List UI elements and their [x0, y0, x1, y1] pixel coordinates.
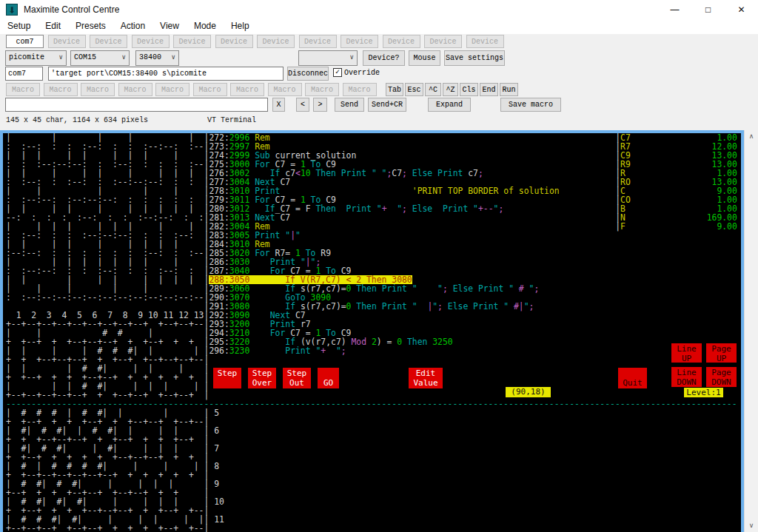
- send-button-expand[interactable]: Expand: [428, 98, 471, 112]
- device-tab[interactable]: Device: [215, 35, 253, 48]
- menu-item-setup[interactable]: Setup: [0, 19, 38, 34]
- macro-button[interactable]: Macro: [155, 83, 190, 96]
- send-button-x[interactable]: X: [272, 98, 285, 112]
- send-button--[interactable]: >: [313, 98, 327, 112]
- terminal-text: 0: [346, 284, 352, 293]
- scroll-down-icon[interactable]: ∨: [745, 519, 758, 532]
- device-tab[interactable]: Device: [383, 35, 420, 48]
- line-down-button[interactable]: Line DOWN: [671, 367, 702, 387]
- terminal-text: ;: [387, 169, 392, 178]
- terminal-text: 5: [214, 408, 219, 417]
- device-tab[interactable]: Device: [90, 35, 127, 48]
- menu-item-action[interactable]: Action: [113, 19, 152, 34]
- terminal-text: Print: [437, 169, 463, 178]
- macro-text-input[interactable]: [5, 98, 268, 112]
- terminal-text: 7: [214, 444, 219, 453]
- terminal-text: 0: [397, 337, 402, 346]
- macro-button[interactable]: Macro: [305, 83, 339, 96]
- extra-combo[interactable]: ∨: [298, 50, 358, 66]
- macro-button[interactable]: Macro: [343, 83, 377, 96]
- key-button-esc[interactable]: Esc: [405, 83, 423, 96]
- edit-value-button[interactable]: Edit Value: [409, 368, 443, 388]
- menu-item-help[interactable]: Help: [224, 19, 257, 34]
- device-tab[interactable]: Device: [257, 35, 295, 48]
- device-tab[interactable]: Device: [48, 35, 86, 48]
- terminal-text: Then: [356, 302, 376, 311]
- page-down-button[interactable]: Page DOWN: [706, 367, 737, 387]
- terminal-text: For: [255, 249, 270, 257]
- macro-button[interactable]: Macro: [81, 83, 115, 96]
- step-button[interactable]: Step: [213, 368, 241, 388]
- page-up-button[interactable]: Page UP: [706, 343, 737, 363]
- terminal-text: ": [295, 231, 301, 240]
- device-tab[interactable]: Device: [132, 35, 170, 48]
- send-button-send-cr[interactable]: Send+CR: [368, 98, 406, 112]
- terminal-text: ;: [478, 169, 483, 178]
- session-name-input[interactable]: [5, 67, 43, 81]
- target-port-input[interactable]: [48, 67, 284, 81]
- terminal-text: ;: [443, 284, 448, 293]
- menu-item-presets[interactable]: Presets: [68, 19, 113, 34]
- send-button-save-macro[interactable]: Save macro: [500, 98, 561, 112]
- key-button-ctrl-z[interactable]: ^Z: [443, 83, 458, 96]
- terminal-text: C7: [392, 169, 402, 178]
- session-tab-active[interactable]: com7: [6, 35, 44, 48]
- title-bar: ⬇ Maximite Control Centre — □ ✕: [0, 0, 758, 19]
- send-button-send[interactable]: Send: [335, 98, 364, 112]
- terminal-text: ;: [341, 346, 346, 355]
- baud-combo[interactable]: 38400∨: [135, 50, 179, 66]
- device-tab[interactable]: Device: [173, 35, 211, 48]
- device-tab[interactable]: Device: [299, 35, 337, 48]
- terminal-text: R9: [321, 249, 331, 257]
- quit-button[interactable]: Quit: [618, 368, 647, 388]
- key-button-end[interactable]: End: [480, 83, 498, 96]
- send-button--[interactable]: <: [296, 98, 309, 112]
- mouse-button[interactable]: Mouse: [409, 50, 440, 66]
- macro-button[interactable]: Macro: [268, 83, 302, 96]
- terminal-text: ;: [402, 204, 407, 213]
- step-out-button[interactable]: Step Out: [283, 368, 311, 388]
- macro-button[interactable]: Macro: [6, 83, 40, 96]
- terminal-scrollbar[interactable]: ∧ ∨: [744, 130, 758, 532]
- macro-button[interactable]: Macro: [230, 83, 264, 96]
- macro-button[interactable]: Macro: [44, 83, 78, 96]
- menu-bar: SetupEditPresetsActionViewModeHelp: [0, 19, 758, 34]
- key-button-tab[interactable]: Tab: [386, 83, 403, 96]
- terminal-text: ) =: [377, 337, 397, 346]
- terminal-text: 1: [295, 249, 301, 257]
- line-up-button[interactable]: Line UP: [671, 343, 702, 363]
- terminal-text: s(r7,c7)=: [301, 302, 346, 311]
- scroll-up-icon[interactable]: ∧: [745, 130, 758, 143]
- menu-item-mode[interactable]: Mode: [187, 19, 224, 34]
- device-tab[interactable]: Device: [341, 35, 378, 48]
- step-over-button[interactable]: Step Over: [248, 368, 276, 388]
- save-settings-button[interactable]: Save settings: [444, 50, 505, 66]
- device-type-combo[interactable]: picomite∨: [5, 50, 67, 66]
- terminal-text: ": [377, 204, 382, 213]
- key-button-run[interactable]: Run: [500, 83, 518, 96]
- terminal-text: <: [295, 169, 301, 178]
- macro-button[interactable]: Macro: [193, 83, 227, 96]
- go-button[interactable]: GO: [318, 368, 339, 388]
- terminal-text: Else: [453, 284, 473, 293]
- device-tab[interactable]: Device: [424, 35, 462, 48]
- terminal-text: For: [255, 160, 270, 169]
- key-button-cls[interactable]: Cls: [460, 83, 478, 96]
- minimize-button[interactable]: —: [658, 0, 691, 19]
- device-tab[interactable]: Device: [466, 35, 504, 48]
- terminal-text: |: [615, 222, 620, 231]
- vt-terminal[interactable]: | | | | | |272:2996Rem|C71.00: :--: : : …: [3, 133, 741, 532]
- device-query-button[interactable]: Device?: [363, 50, 405, 66]
- terminal-text: #: [519, 284, 524, 293]
- override-checkbox-wrap: ✓ Override: [333, 68, 380, 77]
- maximize-button[interactable]: □: [691, 0, 725, 19]
- menu-item-edit[interactable]: Edit: [38, 19, 68, 34]
- override-checkbox[interactable]: ✓: [333, 68, 342, 77]
- key-button-ctrl-c[interactable]: ^C: [425, 83, 441, 96]
- terminal-text: ": [509, 284, 519, 293]
- menu-item-view[interactable]: View: [152, 19, 187, 34]
- macro-button[interactable]: Macro: [118, 83, 152, 96]
- disconnect-button[interactable]: Disconnect: [287, 67, 329, 81]
- close-button[interactable]: ✕: [725, 0, 758, 19]
- port-combo[interactable]: COM15∨: [70, 50, 130, 66]
